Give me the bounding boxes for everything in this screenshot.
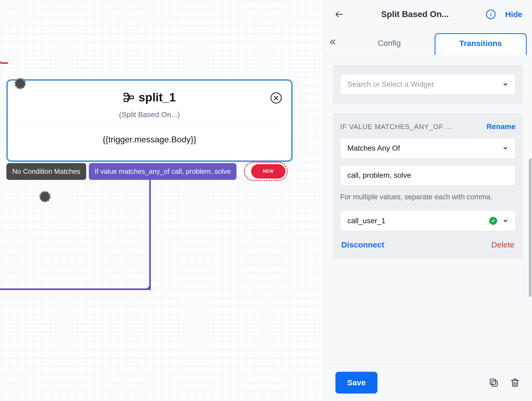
- split-node[interactable]: split_1 (Split Based On...) {{trigger.me…: [6, 79, 293, 162]
- condition-block: IF VALUE MATCHES_ANY_OF ... Rename Match…: [333, 113, 523, 258]
- svg-rect-2: [124, 99, 128, 102]
- operator-value: Matches Any Of: [347, 144, 400, 152]
- copy-icon[interactable]: [488, 377, 499, 388]
- tabs-row: Config Transitions: [324, 29, 532, 55]
- connected-widget-name: call_user_1: [347, 217, 489, 225]
- back-arrow-icon[interactable]: [334, 10, 344, 19]
- panel-body[interactable]: Search or Select a Widget IF VALUE MATCH…: [324, 55, 532, 364]
- condition-value-input[interactable]: call, problem, solve: [340, 165, 516, 186]
- connector-incoming: [0, 0, 8, 64]
- pill-new-wrap[interactable]: NEW: [244, 162, 288, 181]
- helper-text: For multiple values, separate each with …: [340, 192, 516, 202]
- svg-rect-0: [124, 93, 128, 96]
- hide-button[interactable]: Hide: [505, 10, 522, 19]
- panel-footer: Save: [324, 364, 532, 401]
- connector-condition-horizontal: [0, 288, 151, 290]
- connected-widget-select[interactable]: call_user_1: [340, 210, 516, 231]
- close-icon[interactable]: [271, 92, 282, 104]
- scrollbar-thumb[interactable]: [529, 159, 531, 297]
- node-title: split_1: [139, 91, 176, 104]
- flow-canvas[interactable]: split_1 (Split Based On...) {{trigger.me…: [0, 0, 323, 401]
- check-circle-icon: [489, 217, 497, 225]
- info-icon[interactable]: i: [486, 10, 496, 19]
- chevron-down-icon: [502, 81, 508, 87]
- split-icon: [123, 92, 134, 103]
- tab-transitions[interactable]: Transitions: [435, 33, 527, 55]
- condition-header-label: IF VALUE MATCHES_ANY_OF ...: [340, 123, 452, 131]
- transition-pills: No Condition Matches If value matches_an…: [6, 162, 288, 181]
- config-panel: Split Based On... i Hide Config Transiti…: [323, 0, 532, 401]
- connector-condition-vertical: [149, 180, 151, 290]
- svg-rect-4: [490, 379, 496, 384]
- disconnect-button[interactable]: Disconnect: [341, 240, 384, 249]
- svg-rect-3: [492, 381, 497, 386]
- chevron-down-icon: [502, 218, 508, 224]
- node-subtitle: (Split Based On...): [8, 107, 291, 125]
- pill-new[interactable]: NEW: [251, 164, 285, 179]
- chevron-down-icon: [502, 145, 508, 151]
- tab-config[interactable]: Config: [344, 33, 435, 55]
- panel-title: Split Based On...: [344, 9, 486, 19]
- rename-button[interactable]: Rename: [487, 122, 516, 131]
- node-expression: {{trigger.message.Body}}: [8, 126, 291, 160]
- svg-rect-1: [130, 96, 134, 99]
- trash-icon[interactable]: [510, 377, 520, 388]
- delete-button[interactable]: Delete: [491, 240, 514, 249]
- operator-select[interactable]: Matches Any Of: [340, 138, 516, 159]
- collapse-chevron-icon[interactable]: [324, 29, 342, 55]
- widget-search-select[interactable]: Search or Select a Widget: [340, 74, 516, 95]
- pill-no-match[interactable]: No Condition Matches: [6, 163, 86, 180]
- widget-search-placeholder: Search or Select a Widget: [347, 80, 434, 89]
- panel-header: Split Based On... i Hide: [324, 0, 532, 29]
- no-match-output-port[interactable]: [39, 191, 51, 202]
- widget-search-block: Search or Select a Widget: [333, 65, 523, 104]
- save-button[interactable]: Save: [335, 372, 377, 394]
- pill-condition[interactable]: If value matches_any_of call, problem, s…: [89, 163, 237, 180]
